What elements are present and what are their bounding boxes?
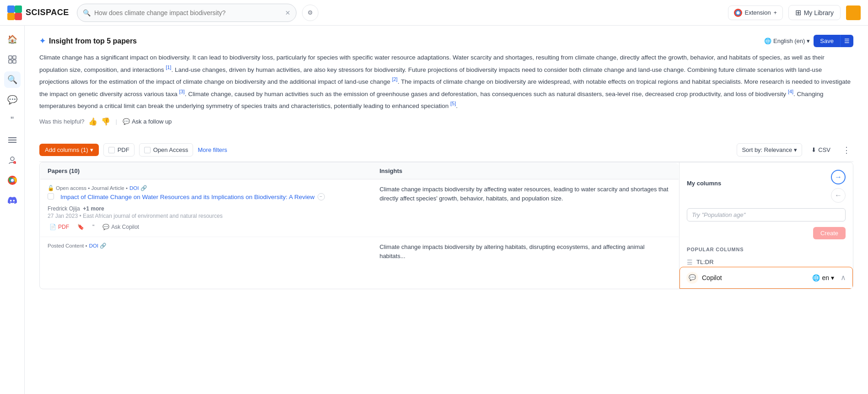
svg-rect-8	[13, 56, 16, 59]
sidebar-item-home[interactable]: 🏠	[4, 31, 21, 48]
insight-cell-2: Climate change impacts biodiversity by a…	[372, 237, 679, 267]
pdf-button-1[interactable]: 📄 PDF	[48, 223, 71, 231]
save-list-button[interactable]: ☰	[840, 35, 853, 47]
svg-rect-3	[15, 13, 22, 20]
grid-icon: ⊞	[795, 8, 801, 17]
svg-rect-7	[9, 56, 12, 59]
bookmark-button-1[interactable]: 🔖	[75, 223, 86, 231]
sidebar-item-chat[interactable]: 💬	[4, 92, 21, 108]
svg-rect-9	[9, 60, 12, 63]
papers-table-left: Papers (10) Insights	[40, 162, 679, 289]
my-columns-header: My columns	[687, 180, 721, 187]
svg-point-19	[11, 179, 14, 182]
nav-back-button[interactable]: ←	[831, 188, 846, 203]
cite-ref-5[interactable]: [5]	[450, 101, 456, 106]
svg-text:!: !	[14, 162, 15, 164]
create-column-button[interactable]: Create	[813, 227, 846, 239]
add-columns-button[interactable]: Add columns (1) ▾	[39, 144, 99, 156]
list-icon	[8, 137, 16, 143]
table-row: 🔓 Open access • Journal Article • DOI 🔗 …	[40, 179, 679, 237]
pdf-filter-label: PDF	[118, 146, 129, 153]
open-access-filter-button[interactable]: Open Access	[139, 143, 194, 157]
avatar[interactable]	[846, 5, 861, 20]
logo: SCISPACE	[7, 5, 71, 20]
svg-point-14	[11, 157, 14, 161]
search-bar[interactable]: 🔍 How does climate change impact biodive…	[77, 4, 297, 22]
save-button[interactable]: Save	[814, 35, 840, 47]
search-clear-icon[interactable]: ✕	[285, 9, 291, 16]
thumbs-up-button[interactable]: 👍	[88, 117, 97, 126]
settings-button[interactable]: ⚙	[302, 5, 318, 21]
helpful-label: Was this helpful?	[39, 118, 85, 125]
cite-ref-3[interactable]: [3]	[179, 89, 184, 94]
sidebar-item-chrome[interactable]	[4, 172, 21, 189]
chevron-down-icon-sort: ▾	[794, 146, 797, 153]
paper-checkbox-1[interactable]	[48, 193, 54, 200]
sidebar-item-search[interactable]: 🔍	[4, 71, 21, 88]
pdf-filter-button[interactable]: PDF	[103, 143, 135, 157]
table-toolbar: Add columns (1) ▾ PDF Open Access More f…	[39, 139, 853, 162]
collapse-button-1[interactable]: −	[318, 193, 325, 200]
papers-col-label: Papers (10)	[48, 167, 80, 174]
more-filters-button[interactable]: More filters	[198, 146, 227, 153]
chevron-down-icon: ▾	[807, 38, 810, 44]
content-area: ✦ Insight from top 5 papers 🌐 English (e…	[25, 26, 868, 394]
cite-ref-1[interactable]: [1]	[166, 65, 171, 70]
ask-copilot-button-1[interactable]: 💬 Ask Copilot	[101, 223, 141, 231]
doi-link-1[interactable]: DOI 🔗	[129, 185, 147, 191]
insight-title: ✦ Insight from top 5 papers	[39, 37, 137, 45]
download-icon: ⬇	[811, 146, 816, 153]
language-label: English (en)	[773, 38, 805, 44]
table-row: Posted Content • DOI 🔗 Climate change im…	[40, 237, 679, 267]
follow-up-label: Ask a follow up	[132, 118, 172, 125]
col-header-papers: Papers (10)	[40, 162, 372, 179]
tldr-icon: ☰	[687, 259, 693, 266]
extension-label: Extension	[745, 9, 771, 16]
col-header-insights: Insights	[372, 162, 679, 179]
column-input[interactable]	[687, 208, 846, 221]
ask-copilot-label: Ask Copilot	[111, 224, 139, 230]
quote-icon: "	[92, 224, 94, 230]
my-library-button[interactable]: ⊞ My Library	[788, 5, 841, 20]
insight-header: ✦ Insight from top 5 papers 🌐 English (e…	[39, 35, 853, 47]
insight-text-4: . Climate change, caused by human activi…	[185, 90, 788, 97]
paper-meta-text-2: Posted Content •	[48, 243, 87, 248]
nav-forward-button[interactable]: →	[831, 170, 846, 184]
sort-button[interactable]: Sort by: Relevance ▾	[737, 143, 802, 157]
main-area: 🏠 🔍 💬 "	[0, 26, 868, 394]
more-options-button[interactable]: ⋮	[840, 143, 853, 157]
cite-button-1[interactable]: "	[91, 223, 96, 231]
sidebar-item-user[interactable]: !	[4, 152, 21, 168]
copilot-close-button[interactable]: ∧	[841, 273, 846, 282]
paper-cell-2: Posted Content • DOI 🔗	[40, 237, 372, 267]
copilot-language: 🌐 en ▾	[812, 274, 834, 281]
checkbox-pdf	[108, 147, 115, 153]
sidebar-item-dashboard[interactable]	[4, 51, 21, 68]
svg-rect-1	[15, 5, 22, 13]
sidebar-item-discord[interactable]	[4, 192, 21, 209]
follow-up-button[interactable]: 💬 Ask a follow up	[123, 118, 172, 125]
cite-ref-4[interactable]: [4]	[788, 89, 793, 94]
insight-text-1: Climate change impacts biodiversity by a…	[379, 185, 671, 204]
csv-button[interactable]: ⬇ CSV	[807, 144, 835, 156]
copilot-lang-label: en	[822, 274, 829, 281]
sidebar-item-quotes[interactable]: "	[4, 112, 21, 128]
paper-title-1[interactable]: Impact of Climate Change on Water Resour…	[60, 193, 315, 202]
cite-ref-2[interactable]: [2]	[392, 76, 398, 82]
copilot-bar: 💬 Copilot 🌐 en ▾ ∧	[679, 267, 853, 289]
extension-button[interactable]: Extension +	[728, 5, 783, 20]
insight-cell-1: Climate change impacts biodiversity by a…	[372, 179, 679, 237]
extension-plus-icon: +	[774, 10, 777, 16]
doi-link-2[interactable]: DOI 🔗	[89, 243, 107, 249]
sidebar-item-list[interactable]	[4, 132, 21, 148]
search-input[interactable]: How does climate change impact biodivers…	[94, 9, 281, 16]
paper-date-1: 27 Jan 2023 • East African journal of en…	[48, 213, 365, 219]
copilot-icon: 💬	[686, 272, 698, 284]
copilot-icon-small: 💬	[123, 118, 130, 125]
my-library-label: My Library	[804, 9, 834, 16]
top-bar: SCISPACE 🔍 How does climate change impac…	[0, 0, 868, 26]
insight-body: Climate change has a significant impact …	[39, 53, 853, 112]
thumbs-down-button[interactable]: 👎	[101, 117, 110, 126]
language-selector[interactable]: 🌐 English (en) ▾	[764, 38, 810, 44]
globe-icon: 🌐	[764, 38, 771, 44]
